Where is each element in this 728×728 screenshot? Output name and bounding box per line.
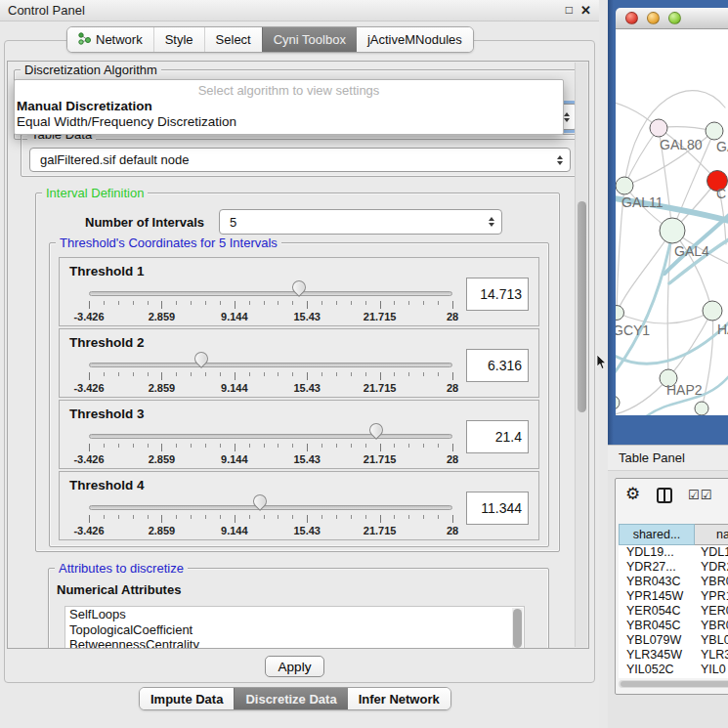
threshold-1-value-field[interactable]: 14.713 — [466, 278, 529, 311]
attributes-scrollbar[interactable] — [512, 608, 523, 649]
scrollbar-thumb[interactable] — [578, 201, 586, 412]
slider-tick — [321, 301, 322, 305]
shared-name-cell[interactable]: YBR045C — [619, 619, 695, 633]
slider-track[interactable] — [89, 363, 452, 367]
slider-tick — [104, 515, 105, 519]
network-node[interactable] — [616, 306, 624, 321]
content-scrollbar[interactable] — [575, 63, 587, 647]
network-node[interactable] — [650, 119, 667, 137]
network-window-titlebar[interactable] — [616, 8, 728, 29]
table-horizontal-scrollbar[interactable] — [619, 680, 728, 688]
axis-tick-label: 15.43 — [293, 382, 321, 394]
float-window-icon[interactable]: □ — [566, 3, 573, 17]
tab-impute-data[interactable]: Impute Data — [140, 688, 234, 709]
slider-tick — [220, 372, 221, 376]
column-header-shared-name[interactable]: shared... — [619, 524, 695, 545]
threshold-3-slider[interactable]: -3.4262.8599.14415.4321.71528 — [89, 428, 452, 468]
slider-tick — [176, 372, 177, 376]
name-cell[interactable]: YER0 — [695, 604, 728, 619]
slider-track[interactable] — [89, 505, 452, 510]
slider-track[interactable] — [89, 434, 452, 439]
scrollbar-thumb[interactable] — [513, 609, 522, 648]
name-cell[interactable]: YLR3 — [695, 648, 728, 663]
close-traffic-light[interactable] — [625, 12, 638, 24]
name-cell[interactable]: YBR0 — [695, 619, 728, 633]
axis-tick-label: 15.43 — [293, 525, 321, 536]
apply-button[interactable]: Apply — [265, 656, 324, 677]
table-row[interactable]: YLR345WYLR3 — [619, 648, 728, 663]
slider-tick — [264, 444, 265, 448]
table-row[interactable]: YER054CYER0 — [619, 604, 728, 619]
threshold-4-value-field[interactable]: 11.344 — [466, 492, 529, 525]
name-cell[interactable]: YDR2 — [695, 560, 728, 575]
network-node[interactable] — [706, 122, 723, 140]
shared-name-cell[interactable]: YPR145W — [619, 589, 695, 604]
attribute-item[interactable]: SelfLoops — [65, 607, 524, 622]
threshold-3-value-field[interactable]: 21.4 — [466, 420, 529, 453]
table-data-combobox[interactable]: galFiltered.sif default node — [29, 148, 571, 172]
network-node[interactable] — [616, 396, 620, 409]
threshold-1-panel: Threshold 1 -3.4262.8599.14415.4321.7152… — [59, 257, 539, 326]
name-cell[interactable]: YBR0 — [695, 575, 728, 589]
tab-network[interactable]: Network — [67, 27, 153, 52]
table-row[interactable]: YBL079WYBL0 — [619, 633, 728, 648]
slider-tick — [205, 444, 206, 448]
table-row[interactable]: YIL052CYIL0 — [619, 663, 728, 677]
settings-gear-icon[interactable]: ⚙ — [625, 484, 640, 504]
scrollbar-thumb[interactable] — [621, 681, 728, 687]
shared-name-cell[interactable]: YBL079W — [619, 633, 695, 648]
shared-name-cell[interactable]: YER054C — [619, 604, 695, 619]
slider-tick — [452, 301, 453, 309]
numerical-attributes-list[interactable]: SelfLoopsTopologicalCoefficientBetweenne… — [64, 606, 525, 649]
table-panel-title: Table Panel — [619, 450, 685, 465]
tab-select[interactable]: Select — [204, 27, 262, 52]
option-manual-discretization[interactable]: Manual Discretization — [15, 99, 563, 114]
threshold-1-slider[interactable]: -3.4262.8599.14415.4321.71528 — [89, 285, 452, 325]
table-row[interactable]: YDR27...YDR2 — [619, 560, 728, 575]
number-of-intervals-combobox[interactable]: 5 — [219, 209, 502, 235]
attribute-item[interactable]: TopologicalCoefficient — [65, 622, 524, 638]
column-header-name[interactable]: na — [695, 524, 728, 545]
zoom-traffic-light[interactable] — [668, 12, 681, 24]
threshold-4-slider[interactable]: -3.4262.8599.14415.4321.71528 — [89, 499, 452, 539]
table-row[interactable]: YBR045CYBR0 — [619, 619, 728, 633]
network-view-canvas[interactable]: GAL80GACGAL11GAL4GCY1HAHAP2 — [616, 29, 728, 415]
network-node[interactable] — [695, 402, 708, 415]
column-checkboxes-icon[interactable]: ☑☑ — [688, 488, 712, 502]
shared-name-cell[interactable]: YDR27... — [619, 560, 695, 575]
name-cell[interactable]: YIL0 — [695, 663, 728, 677]
tab-style[interactable]: Style — [153, 27, 204, 52]
slider-tick — [380, 372, 381, 380]
table-row[interactable]: YPR145WYPR1 — [619, 589, 728, 604]
node-label: HA — [717, 321, 728, 337]
option-equal-width-frequency[interactable]: Equal Width/Frequency Discretization — [15, 114, 563, 130]
name-cell[interactable]: YPR1 — [695, 589, 728, 604]
tab-infer-network[interactable]: Infer Network — [348, 688, 450, 709]
table-toolbar: ⚙ ☑☑ — [616, 479, 728, 516]
combo-value: galFiltered.sif default node — [40, 152, 189, 167]
shared-name-cell[interactable]: YIL052C — [619, 663, 695, 677]
slider-tick — [307, 301, 308, 309]
slider-track[interactable] — [89, 291, 452, 296]
name-cell[interactable]: YBL0 — [695, 633, 728, 648]
network-node[interactable] — [703, 301, 722, 321]
column-layout-icon[interactable] — [657, 488, 672, 503]
shared-name-cell[interactable]: YLR345W — [619, 648, 695, 663]
table-row[interactable]: YBR043CYBR0 — [619, 575, 728, 589]
shared-name-cell[interactable]: YBR043C — [619, 575, 695, 589]
tab-cyni-toolbox[interactable]: Cyni Toolbox — [262, 27, 357, 52]
threshold-2-slider[interactable]: -3.4262.8599.14415.4321.71528 — [89, 357, 452, 397]
threshold-2-value-field[interactable]: 6.316 — [466, 349, 529, 382]
attribute-item[interactable]: BetweennessCentrality — [65, 637, 524, 649]
axis-tick-label: 21.715 — [364, 453, 397, 465]
axis-tick-label: 28 — [447, 525, 458, 536]
name-cell[interactable]: YDL1 — [695, 545, 728, 560]
shared-name-cell[interactable]: YDL19... — [619, 545, 695, 560]
network-node[interactable] — [660, 218, 685, 243]
close-icon[interactable]: ✕ — [580, 3, 591, 18]
network-node[interactable] — [616, 177, 633, 194]
tab-discretize-data[interactable]: Discretize Data — [234, 688, 347, 709]
tab-jactivemnodules[interactable]: jActiveMNodules — [357, 27, 473, 52]
minimize-traffic-light[interactable] — [647, 12, 660, 24]
table-row[interactable]: YDL19...YDL1 — [619, 545, 728, 560]
